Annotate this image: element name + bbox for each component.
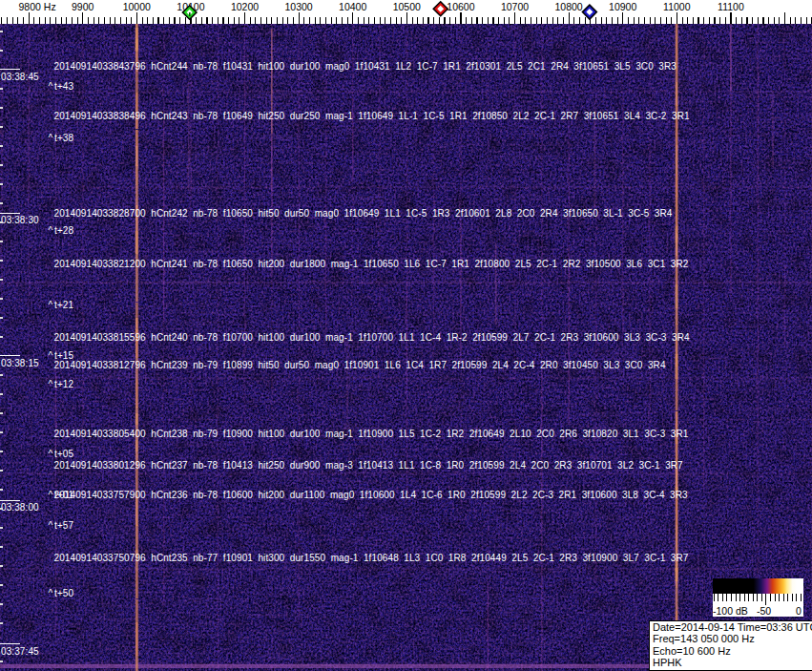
svg-text:10500: 10500: [393, 1, 421, 12]
svg-text:10900: 10900: [609, 1, 636, 12]
svg-text:10000: 10000: [123, 1, 151, 12]
svg-text:10300: 10300: [284, 1, 312, 12]
svg-text:10800: 10800: [554, 1, 582, 12]
svg-text:11100: 11100: [718, 1, 744, 12]
svg-text:9800 Hz: 9800 Hz: [19, 1, 56, 12]
svg-text:10400: 10400: [339, 1, 366, 12]
svg-text:10600: 10600: [447, 1, 474, 12]
svg-text:9900: 9900: [72, 1, 94, 12]
svg-text:11000: 11000: [663, 1, 691, 12]
svg-text:10200: 10200: [231, 1, 259, 12]
svg-text:10700: 10700: [501, 1, 529, 12]
